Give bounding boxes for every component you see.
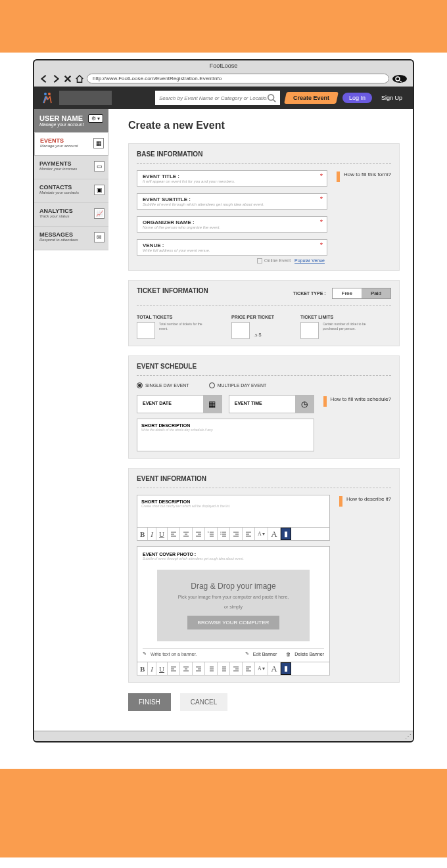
user-sub: Manage your account	[39, 122, 103, 127]
ordered-list-button[interactable]	[205, 662, 218, 675]
font-color-button[interactable]: A	[268, 528, 280, 540]
finish-button[interactable]: FINISH	[128, 693, 171, 711]
edit-icon: ✎	[245, 651, 249, 656]
ticket-limits-block: TICKET LIMITS Certain number of ticket t…	[300, 315, 369, 339]
window-title: FootLoose	[34, 60, 413, 71]
login-button[interactable]: Log In	[342, 93, 372, 103]
browser-toolbar: http://www.FootLoose.com/EventRegistrati…	[34, 71, 413, 87]
status-bar: ⋰	[34, 731, 413, 741]
bold-button[interactable]: B	[137, 528, 148, 540]
ticket-type-free[interactable]: Free	[333, 288, 362, 298]
header-search[interactable]	[155, 91, 280, 105]
bottom-orange-band	[0, 769, 447, 857]
online-event-checkbox[interactable]	[257, 258, 262, 263]
italic-button[interactable]: I	[148, 662, 156, 675]
edit-banner-link[interactable]: Edit Banner	[253, 652, 277, 656]
svg-point-3	[44, 93, 47, 95]
align-right-button[interactable]	[193, 528, 205, 540]
total-tickets-input[interactable]	[137, 322, 155, 339]
banner-text-input[interactable]: Write text on a banner.	[151, 652, 241, 656]
font-color-button[interactable]: A	[268, 662, 280, 675]
search-loupe-icon[interactable]	[392, 74, 408, 83]
font-size-button[interactable]: A ▾	[255, 662, 268, 675]
url-input[interactable]: http://www.FootLoose.com/EventRegistrati…	[87, 74, 389, 83]
base-helper[interactable]: How to fill this form?	[337, 170, 391, 182]
align-right-button[interactable]	[193, 662, 205, 675]
outdent-button[interactable]	[243, 662, 255, 675]
svg-point-4	[48, 93, 51, 95]
resize-grip-icon[interactable]: ⋰	[405, 733, 412, 740]
sidebar-item-messages[interactable]: MESSAGES Respond to attendees ✉	[34, 227, 108, 250]
ticket-type-paid[interactable]: Paid	[362, 288, 390, 298]
home-icon[interactable]	[75, 74, 84, 83]
main-content: Create a new Event BASE INFORMATION EVEN…	[108, 109, 413, 731]
svg-text:1: 1	[208, 531, 209, 534]
panel-heading: EVENT SCHEDULE	[137, 363, 391, 376]
price-per-ticket-block: PRICE PER TICKET .s $	[231, 315, 274, 339]
schedule-helper[interactable]: How to fill write schedule?	[323, 395, 391, 407]
sidebar-item-payments[interactable]: PAYMENTS Monitor your incomes ▭	[34, 156, 108, 179]
ticket-type-label: TICKET TYPE :	[293, 291, 326, 296]
ordered-list-button[interactable]: 1	[205, 528, 218, 540]
page-title: Create a new Event	[128, 120, 400, 131]
event-time-input[interactable]: EVENT TIME ◷	[229, 395, 314, 413]
event-title-field[interactable]: EVENT TITLE : It will appear on event li…	[137, 170, 327, 187]
delete-banner-link[interactable]: Delete Banner	[294, 652, 324, 656]
browse-computer-button[interactable]: BROWSE YOUR COMPUTER	[187, 616, 280, 629]
event-subtitle-field[interactable]: EVENT SUBTITLE : Subtitle of event throu…	[137, 193, 327, 210]
info-helper[interactable]: How to describe it?	[339, 495, 391, 507]
ticket-type-toggle: Free Paid	[332, 288, 391, 299]
top-orange-band	[0, 0, 447, 53]
search-icon[interactable]	[267, 93, 276, 103]
price-input[interactable]	[231, 322, 250, 339]
align-center-button[interactable]	[180, 662, 193, 675]
back-icon[interactable]	[39, 74, 49, 83]
calendar-icon[interactable]: ▦	[203, 396, 222, 413]
popular-venue-link[interactable]: Popular Venue	[294, 258, 325, 263]
align-center-button[interactable]	[180, 528, 193, 540]
svg-point-5	[268, 95, 274, 101]
align-left-button[interactable]	[168, 528, 180, 540]
signup-button[interactable]: Sign Up	[377, 93, 406, 103]
italic-button[interactable]: I	[148, 528, 156, 540]
schedule-short-desc[interactable]: SHORT DESCRIPTION Write the details of t…	[137, 419, 314, 451]
single-day-radio[interactable]: SINGLE DAY EVENT	[137, 382, 189, 388]
outdent-button[interactable]	[243, 528, 255, 540]
analytics-icon: 📈	[94, 208, 105, 219]
event-date-input[interactable]: EVENT DATE ▦	[137, 395, 222, 413]
align-left-button[interactable]	[168, 662, 180, 675]
underline-button[interactable]: U	[156, 662, 168, 675]
app-logo-icon	[41, 91, 54, 104]
bold-button[interactable]: B	[137, 662, 148, 675]
short-desc-textarea[interactable]: SHORT DESCRIPTION Create short but catch…	[137, 495, 329, 527]
sidebar-item-events[interactable]: EVENTS Manage your account ▦	[34, 132, 108, 156]
radio-on-icon	[137, 382, 143, 388]
indent-button[interactable]	[230, 528, 243, 540]
cover-dropzone[interactable]: Drag & Drop your image Pick your image f…	[157, 570, 310, 641]
create-event-button[interactable]: Create Event	[284, 92, 339, 104]
unordered-list-button[interactable]	[218, 662, 230, 675]
stop-icon[interactable]	[63, 74, 72, 83]
cancel-button[interactable]: CANCEL	[180, 693, 228, 711]
fill-color-button[interactable]: ▮	[281, 662, 291, 675]
panel-event-info: EVENT INFORMATION SHORT DESCRIPTION Crea…	[128, 468, 400, 683]
ticket-limits-input[interactable]	[300, 322, 319, 339]
user-settings-button[interactable]: ⚙ ▾	[88, 114, 103, 123]
sidebar-item-analytics[interactable]: ANALYTICS Track your status 📈	[34, 203, 108, 227]
sidebar-item-contacts[interactable]: CONTACTS Maintain your contacts ▣	[34, 179, 108, 203]
forward-icon[interactable]	[51, 74, 60, 83]
unordered-list-button[interactable]	[218, 528, 230, 540]
svg-line-6	[273, 100, 276, 103]
fill-color-button[interactable]: ▮	[281, 528, 291, 540]
panel-schedule: EVENT SCHEDULE SINGLE DAY EVENT MULTIPLE…	[128, 355, 400, 459]
multiple-day-radio[interactable]: MULTIPLE DAY EVENT	[209, 382, 267, 388]
font-size-button[interactable]: A ▾	[255, 528, 268, 540]
underline-button[interactable]: U	[156, 528, 168, 540]
search-input[interactable]	[159, 95, 267, 101]
trash-icon: 🗑	[286, 652, 291, 656]
organizer-name-field[interactable]: ORGANIZER NAME : Name of the person who …	[137, 216, 327, 233]
venue-field[interactable]: VENUE : Write full address of your event…	[137, 239, 327, 256]
indent-button[interactable]	[230, 662, 243, 675]
calendar-icon: ▦	[93, 138, 104, 148]
clock-icon[interactable]: ◷	[295, 396, 314, 413]
